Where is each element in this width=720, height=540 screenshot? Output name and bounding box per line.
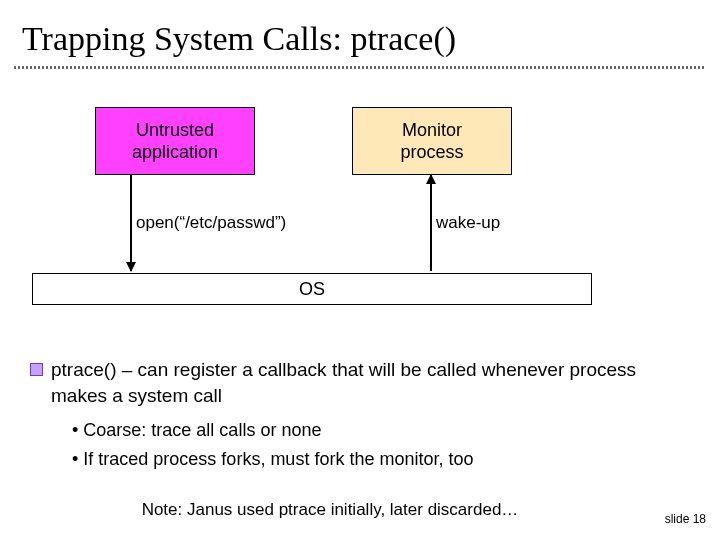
- untrusted-app-box: Untrusted application: [95, 107, 255, 175]
- arrow-wakeup-up: [430, 175, 432, 271]
- note-text: Note: Janus used ptrace initially, later…: [30, 499, 630, 522]
- untrusted-line2: application: [96, 141, 254, 164]
- sub-bullet-2: • If traced process forks, must fork the…: [72, 447, 690, 471]
- wakeup-label: wake-up: [436, 213, 500, 233]
- page-title: Trapping System Calls: ptrace(): [0, 0, 720, 66]
- monitor-line2: process: [353, 141, 511, 164]
- os-box: OS: [32, 273, 592, 305]
- body-text: ptrace() – can register a callback that …: [0, 357, 720, 522]
- main-bullet-row: ptrace() – can register a callback that …: [30, 357, 690, 408]
- main-bullet-text: ptrace() – can register a callback that …: [51, 357, 690, 408]
- arrow-syscall-down: [130, 175, 132, 271]
- bullet-icon: [30, 363, 43, 376]
- untrusted-line1: Untrusted: [96, 119, 254, 142]
- syscall-label: open(“/etc/passwd”): [136, 213, 286, 233]
- monitor-line1: Monitor: [353, 119, 511, 142]
- ptrace-diagram: Untrusted application Monitor process op…: [0, 107, 720, 357]
- sub-bullet-2-text: If traced process forks, must fork the m…: [83, 449, 473, 469]
- monitor-process-box: Monitor process: [352, 107, 512, 175]
- title-divider: [14, 66, 706, 69]
- sub-bullet-1-text: Coarse: trace all calls or none: [83, 420, 321, 440]
- sub-bullet-1: • Coarse: trace all calls or none: [72, 418, 690, 442]
- sub-bullet-list: • Coarse: trace all calls or none • If t…: [72, 418, 690, 471]
- slide-number: slide 18: [665, 512, 706, 526]
